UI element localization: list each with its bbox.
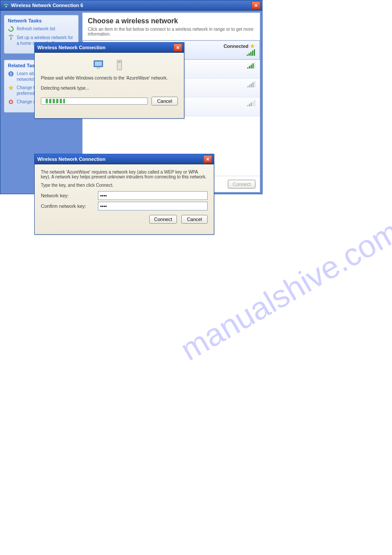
instruction-text: Type the key, and then click Connect. — [41, 183, 208, 188]
monitor-icon — [93, 60, 105, 70]
choose-heading: Choose a wireless network — [88, 17, 255, 25]
star-icon — [8, 85, 14, 91]
wifi-icon — [3, 2, 9, 8]
titlebar[interactable]: Wireless Network Connection 6 ✕ — [0, 0, 262, 11]
cancel-button[interactable]: Cancel — [151, 97, 178, 105]
please-wait-text: Please wait while Windows connects to th… — [41, 76, 178, 80]
status-text: Detecting network type... — [41, 86, 178, 91]
window-title: Wireless Network Connection — [37, 156, 203, 162]
svg-rect-6 — [11, 36, 11, 40]
network-key-label: Network key: — [41, 193, 98, 198]
antenna-icon — [8, 35, 14, 41]
close-button[interactable]: ✕ — [173, 44, 182, 51]
connect-button[interactable]: Connect — [228, 180, 255, 189]
svg-rect-4 — [118, 61, 121, 63]
progress-bar — [41, 98, 148, 105]
network-key-dialog: Wireless Network Connection ✕ The networ… — [34, 154, 214, 235]
svg-point-10 — [10, 101, 12, 103]
refresh-icon — [8, 26, 14, 32]
watermark-text: manualshive.com — [174, 213, 392, 367]
main-header: Choose a wireless network Click an item … — [83, 13, 260, 40]
svg-point-5 — [5, 6, 7, 7]
window-title: Wireless Network Connection — [37, 45, 173, 50]
connected-label: Connected — [223, 44, 255, 49]
signal-icon — [247, 50, 255, 56]
dialog-body: Please wait while Windows connects to th… — [35, 53, 184, 110]
close-button[interactable]: ✕ — [203, 155, 212, 163]
confirm-key-input[interactable] — [98, 202, 208, 210]
key-requirement-text: The network 'AzureWave' requires a netwo… — [41, 170, 208, 179]
titlebar[interactable]: Wireless Network Connection ✕ — [35, 43, 184, 53]
network-key-input[interactable] — [98, 191, 208, 200]
titlebar[interactable]: Wireless Network Connection ✕ — [35, 154, 214, 164]
svg-rect-1 — [95, 62, 102, 66]
dialog-body: The network 'AzureWave' requires a netwo… — [35, 164, 214, 228]
choose-subheading: Click an item in the list below to conne… — [88, 27, 255, 36]
tower-icon — [113, 60, 126, 70]
connect-button[interactable]: Connect — [149, 215, 177, 224]
refresh-link[interactable]: Refresh network list — [8, 26, 75, 32]
panel-title: Network Tasks — [8, 18, 75, 23]
close-button[interactable]: ✕ — [252, 1, 260, 9]
signal-icon — [247, 62, 255, 69]
signal-icon — [247, 100, 255, 106]
window-title: Wireless Network Connection 6 — [11, 3, 252, 8]
signal-icon — [247, 81, 255, 87]
svg-text:i: i — [11, 72, 12, 76]
connecting-dialog: Wireless Network Connection ✕ Please wai… — [34, 42, 184, 119]
info-icon: i — [8, 71, 14, 77]
settings-icon — [8, 99, 14, 105]
cancel-button[interactable]: Cancel — [181, 215, 208, 224]
star-icon — [250, 44, 255, 49]
svg-rect-2 — [97, 67, 100, 69]
confirm-key-label: Confirm network key: — [41, 203, 98, 209]
